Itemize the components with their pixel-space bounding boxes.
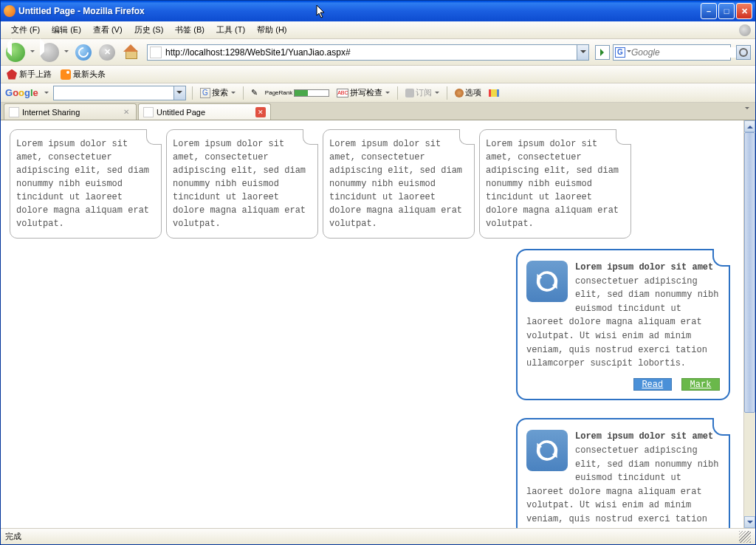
scroll-thumb[interactable] bbox=[744, 132, 755, 413]
bookmark-latest-headlines[interactable]: 最新头条 bbox=[61, 69, 106, 80]
separator bbox=[243, 86, 244, 100]
menu-history[interactable]: 历史 (S) bbox=[128, 23, 170, 37]
google-pagerank[interactable]: PageRank bbox=[264, 89, 331, 97]
firefox-icon bbox=[4, 5, 16, 17]
feature-title: Lorem ipsum dolor sit amet bbox=[575, 431, 713, 442]
search-submit-button[interactable] bbox=[736, 45, 751, 60]
feature-card: Lorem ipsum dolor sit amet consectetuer … bbox=[516, 249, 730, 400]
status-text: 完成 bbox=[5, 531, 21, 542]
vertical-scrollbar[interactable] bbox=[743, 120, 755, 528]
tab-internet-sharing[interactable]: Internet Sharing ✕ bbox=[4, 103, 137, 120]
google-spellcheck[interactable]: ABC拼写检查 bbox=[335, 87, 391, 98]
bookmark-getting-started[interactable]: 新手上路 bbox=[7, 69, 52, 80]
forward-history-dropdown[interactable] bbox=[63, 50, 70, 55]
page-content: Lorem ipsum dolor sit amet, consectetuer… bbox=[1, 120, 755, 528]
gear-icon bbox=[455, 89, 464, 97]
abc-icon: ABC bbox=[337, 89, 348, 97]
menu-tools[interactable]: 工具 (T) bbox=[210, 23, 251, 37]
read-button[interactable]: Read bbox=[633, 378, 672, 391]
bookmark-label: 新手上路 bbox=[19, 69, 52, 80]
feed-icon bbox=[405, 89, 414, 97]
feature-title: Lorem ipsum dolor sit amet bbox=[575, 262, 713, 272]
scroll-up-button[interactable] bbox=[744, 120, 755, 132]
close-button[interactable]: ✕ bbox=[736, 3, 752, 19]
menu-edit[interactable]: 编辑 (E) bbox=[46, 23, 87, 37]
search-input[interactable] bbox=[631, 47, 743, 58]
pagerank-label: PageRank bbox=[265, 90, 292, 96]
refresh-icon bbox=[526, 261, 568, 302]
go-button[interactable] bbox=[595, 45, 610, 60]
separator bbox=[447, 86, 447, 100]
menu-bar: 文件 (F) 编辑 (E) 查看 (V) 历史 (S) 书签 (B) 工具 (T… bbox=[1, 21, 755, 39]
rss-icon bbox=[61, 69, 71, 80]
home-button[interactable] bbox=[120, 42, 141, 63]
card-text: Lorem ipsum dolor sit amet, consectetuer… bbox=[173, 139, 306, 229]
navigation-toolbar: ✕ G bbox=[1, 39, 755, 66]
separator bbox=[192, 86, 193, 100]
card: Lorem ipsum dolor sit amet, consectetuer… bbox=[323, 129, 475, 239]
resize-grip-icon[interactable] bbox=[739, 531, 751, 543]
reload-button[interactable] bbox=[73, 42, 94, 63]
tab-list-dropdown[interactable] bbox=[743, 107, 751, 112]
google-logo[interactable]: Google bbox=[5, 87, 38, 98]
feature-card: Lorem ipsum dolor sit amet consectetuer … bbox=[516, 418, 730, 528]
search-bar[interactable]: G bbox=[613, 44, 731, 61]
google-options[interactable]: 选项 bbox=[453, 87, 483, 98]
google-search-input[interactable] bbox=[54, 86, 173, 100]
card: Lorem ipsum dolor sit amet, consectetuer… bbox=[166, 129, 318, 239]
status-bar: 完成 bbox=[1, 528, 755, 544]
back-button[interactable] bbox=[5, 42, 26, 63]
tab-label: Internet Sharing bbox=[22, 108, 80, 117]
options-label: 选项 bbox=[465, 87, 481, 98]
url-dropdown[interactable] bbox=[577, 45, 588, 60]
minimize-button[interactable]: – bbox=[701, 3, 717, 19]
tab-label: Untitled Page bbox=[157, 108, 205, 117]
subscribe-label: 订阅 bbox=[416, 87, 432, 98]
window-titlebar: Untitled Page - Mozilla Firefox – □ ✕ bbox=[1, 1, 755, 21]
url-bar[interactable] bbox=[147, 44, 589, 61]
bookmark-label: 最新头条 bbox=[73, 69, 106, 80]
stop-button[interactable]: ✕ bbox=[97, 42, 117, 63]
tab-bar: Internet Sharing ✕ Untitled Page ✕ bbox=[1, 103, 755, 120]
mark-button[interactable]: Mark bbox=[681, 378, 720, 391]
card: Lorem ipsum dolor sit amet, consectetuer… bbox=[10, 129, 162, 239]
separator bbox=[397, 86, 398, 100]
menu-help[interactable]: 帮助 (H) bbox=[251, 23, 292, 37]
page-favicon-icon bbox=[150, 47, 162, 58]
google-wand-button[interactable]: ✎ bbox=[250, 88, 259, 97]
google-search-label: 搜索 bbox=[212, 87, 228, 98]
card-text: Lorem ipsum dolor sit amet, consectetuer… bbox=[329, 139, 462, 229]
google-search-field[interactable] bbox=[53, 86, 186, 100]
tab-close-button[interactable]: ✕ bbox=[255, 107, 266, 117]
bookmark-icon bbox=[7, 69, 17, 80]
tab-favicon-icon bbox=[143, 107, 154, 117]
google-search-button[interactable]: G搜索 bbox=[199, 87, 237, 98]
google-menu-dropdown[interactable] bbox=[43, 89, 49, 97]
menu-bookmarks[interactable]: 书签 (B) bbox=[169, 23, 210, 37]
bookmarks-toolbar: 新手上路 最新头条 bbox=[1, 66, 755, 83]
card-text: Lorem ipsum dolor sit amet, consectetuer… bbox=[16, 139, 149, 229]
activity-throbber-icon bbox=[739, 24, 751, 36]
google-toolbar: Google G搜索 ✎ PageRank ABC拼写检查 订阅 选项 bbox=[1, 83, 755, 103]
menu-file[interactable]: 文件 (F) bbox=[5, 23, 46, 37]
maximize-button[interactable]: □ bbox=[718, 3, 735, 19]
back-history-dropdown[interactable] bbox=[29, 50, 36, 55]
google-subscribe[interactable]: 订阅 bbox=[404, 87, 441, 98]
search-engine-icon[interactable]: G bbox=[615, 47, 625, 58]
tab-untitled-page[interactable]: Untitled Page ✕ bbox=[138, 103, 271, 120]
card-text: Lorem ipsum dolor sit amet, consectetuer… bbox=[486, 139, 619, 229]
tab-close-button[interactable]: ✕ bbox=[121, 107, 131, 117]
google-highlight[interactable] bbox=[487, 89, 501, 97]
scroll-down-button[interactable] bbox=[744, 516, 755, 528]
card: Lorem ipsum dolor sit amet, consectetuer… bbox=[479, 129, 631, 239]
tab-favicon-icon bbox=[9, 107, 19, 117]
window-title: Untitled Page - Mozilla Firefox bbox=[18, 6, 701, 16]
google-search-dropdown[interactable] bbox=[173, 86, 185, 100]
refresh-icon bbox=[526, 430, 568, 471]
menu-view[interactable]: 查看 (V) bbox=[87, 23, 128, 37]
spellcheck-label: 拼写检查 bbox=[350, 87, 382, 98]
forward-button[interactable] bbox=[39, 42, 60, 63]
highlighter-icon bbox=[489, 89, 499, 97]
url-input[interactable] bbox=[164, 47, 577, 58]
pagerank-bar-icon bbox=[294, 89, 329, 97]
